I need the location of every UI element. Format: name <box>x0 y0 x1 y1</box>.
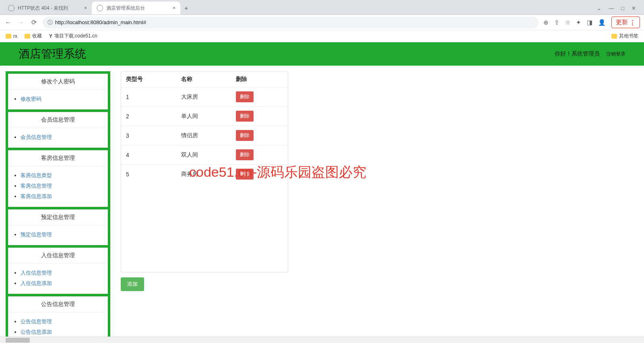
delete-button[interactable]: 删除 <box>236 169 254 180</box>
cell-id: 5 <box>121 165 176 184</box>
search-icon[interactable]: ⊕ <box>543 19 549 26</box>
panel-title: 预定信息管理 <box>8 210 107 225</box>
address-bar-row: ← → ⟳ ⓘ http://localhost:8080/admin_main… <box>0 15 644 30</box>
delete-button[interactable]: 删除 <box>236 91 254 102</box>
greeting-text: 你好！系统管理员 <box>555 50 600 58</box>
bookmark-favorites[interactable]: 收藏 <box>25 33 42 39</box>
url-text: http://localhost:8080/admin_main.html# <box>55 19 146 25</box>
cell-action: 删除 <box>231 126 288 145</box>
logout-link[interactable]: 注销登录 <box>606 51 625 58</box>
table-scroll[interactable]: 类型号 名称 删除 1大床房删除2单人间删除3情侣房删除4双人间删除5商务房删除 <box>121 72 288 272</box>
table-row: 3情侣房删除 <box>121 126 288 145</box>
cell-name: 商务房 <box>176 165 231 184</box>
cell-action: 删除 <box>231 107 288 126</box>
sidebar-panel: 修改个人密码修改密码 <box>8 74 108 110</box>
room-type-table: 类型号 名称 删除 1大床房删除2单人间删除3情侣房删除4双人间删除5商务房删除 <box>121 72 288 184</box>
cell-id: 2 <box>121 107 176 126</box>
sidebar-panel: 会员信息管理会员信息管理 <box>8 112 108 148</box>
extensions-icon[interactable]: ✦ <box>576 19 581 26</box>
col-delete: 删除 <box>231 72 288 87</box>
panel-title: 修改个人密码 <box>8 74 107 90</box>
maximize-icon[interactable]: □ <box>621 5 624 11</box>
delete-button[interactable]: 删除 <box>236 111 254 122</box>
cell-name: 单人间 <box>176 107 231 126</box>
table-row: 2单人间删除 <box>121 107 288 126</box>
panel-title: 客房信息管理 <box>8 151 107 166</box>
browser-tab-0[interactable]: HTTP状态 404 - 未找到 × <box>3 2 92 14</box>
back-icon[interactable]: ← <box>4 19 12 26</box>
address-bar[interactable]: ⓘ http://localhost:8080/admin_main.html# <box>43 17 539 29</box>
page-content: 酒店管理系统 你好！系统管理员 注销登录 修改个人密码修改密码会员信息管理会员信… <box>0 42 644 343</box>
sidebar-link[interactable]: 会员信息管理 <box>21 134 52 140</box>
folder-icon <box>611 34 617 39</box>
tab-title: HTTP状态 404 - 未找到 <box>18 5 81 12</box>
globe-icon <box>8 5 14 11</box>
table-row: 1大床房删除 <box>121 87 288 107</box>
sidebar-link[interactable]: 入住信息添加 <box>21 280 52 286</box>
star-icon[interactable]: ☆ <box>565 19 570 26</box>
cell-id: 4 <box>121 145 176 165</box>
delete-button[interactable]: 删除 <box>236 149 254 160</box>
cell-action: 删除 <box>231 165 288 184</box>
main-panel: 类型号 名称 删除 1大床房删除2单人间删除3情侣房删除4双人间删除5商务房删除… <box>121 71 288 291</box>
reload-icon[interactable]: ⟳ <box>30 19 38 26</box>
add-button[interactable]: 添加 <box>121 277 144 291</box>
horizontal-scrollbar[interactable] <box>0 337 644 343</box>
sidebar-link[interactable]: 客房信息类型 <box>21 172 52 178</box>
tab-strip: HTTP状态 404 - 未找到 × 酒店管理系统后台 × + ⌄ — □ ✕ <box>0 0 644 15</box>
sidebar-panel: 公告信息管理公告信息管理公告信息添加 <box>8 296 108 343</box>
app-title: 酒店管理系统 <box>19 46 86 62</box>
panel-title: 公告信息管理 <box>8 297 107 312</box>
cell-action: 删除 <box>231 87 288 107</box>
sidebar: 修改个人密码修改密码会员信息管理会员信息管理客房信息管理客房信息类型客房信息管理… <box>6 71 110 343</box>
close-icon[interactable]: × <box>84 5 87 11</box>
sidebar-panel: 入住信息管理入住信息管理入住信息添加 <box>8 248 108 294</box>
bookmarks-bar: rx 收藏 Y项目下载:code51.cn 其他书签 <box>0 30 644 42</box>
bookmark-rx[interactable]: rx <box>6 33 17 39</box>
cell-name: 大床房 <box>176 87 231 107</box>
table-container: 类型号 名称 删除 1大床房删除2单人间删除3情侣房删除4双人间删除5商务房删除 <box>121 71 288 273</box>
folder-icon <box>25 34 30 39</box>
info-icon[interactable]: ⓘ <box>47 19 53 26</box>
cell-name: 情侣房 <box>176 126 231 145</box>
sidebar-link[interactable]: 入住信息管理 <box>21 270 52 276</box>
profile-icon[interactable]: 👤 <box>598 19 606 26</box>
close-window-icon[interactable]: ✕ <box>632 5 636 11</box>
cell-id: 3 <box>121 126 176 145</box>
table-row: 5商务房删除 <box>121 165 288 184</box>
sidebar-link[interactable]: 客房信息添加 <box>21 193 52 199</box>
sidebar-panel: 预定信息管理预定信息管理 <box>8 209 108 245</box>
sidebar-link[interactable]: 公告信息添加 <box>21 329 52 335</box>
tab-title: 酒店管理系统后台 <box>106 5 169 12</box>
sidebar-link[interactable]: 预定信息管理 <box>21 231 52 238</box>
bookmark-code51[interactable]: Y项目下载:code51.cn <box>49 33 97 39</box>
window-controls: ⌄ — □ ✕ <box>597 5 641 14</box>
cell-name: 双人间 <box>176 145 231 165</box>
folder-icon <box>6 34 11 39</box>
globe-icon <box>97 5 103 11</box>
app-header: 酒店管理系统 你好！系统管理员 注销登录 <box>0 42 644 66</box>
col-name: 名称 <box>176 72 231 87</box>
table-row: 4双人间删除 <box>121 145 288 165</box>
new-tab-button[interactable]: + <box>180 2 192 14</box>
cell-action: 删除 <box>231 145 288 165</box>
chevron-down-icon[interactable]: ⌄ <box>597 5 601 11</box>
other-bookmarks[interactable]: 其他书签 <box>611 33 638 39</box>
sidebar-link[interactable]: 修改密码 <box>21 96 41 102</box>
sidebar-panel: 客房信息管理客房信息类型客房信息管理客房信息添加 <box>8 150 108 207</box>
close-icon[interactable]: × <box>173 5 175 11</box>
share-icon[interactable]: ⇪ <box>554 19 559 26</box>
minimize-icon[interactable]: — <box>609 5 614 11</box>
browser-tab-1[interactable]: 酒店管理系统后台 × <box>92 2 180 14</box>
toolbar-icons: ⊕ ⇪ ☆ ✦ ◨ 👤 更新⋮ <box>543 17 640 28</box>
delete-button[interactable]: 删除 <box>236 130 254 141</box>
side-panel-icon[interactable]: ◨ <box>587 19 592 26</box>
sidebar-link[interactable]: 客房信息管理 <box>21 183 52 189</box>
panel-title: 会员信息管理 <box>8 112 107 128</box>
panel-title: 入住信息管理 <box>8 248 107 264</box>
forward-icon[interactable]: → <box>17 19 25 26</box>
cell-id: 1 <box>121 87 176 107</box>
col-id: 类型号 <box>121 72 176 87</box>
sidebar-link[interactable]: 公告信息管理 <box>21 318 52 324</box>
update-button[interactable]: 更新⋮ <box>611 17 640 28</box>
